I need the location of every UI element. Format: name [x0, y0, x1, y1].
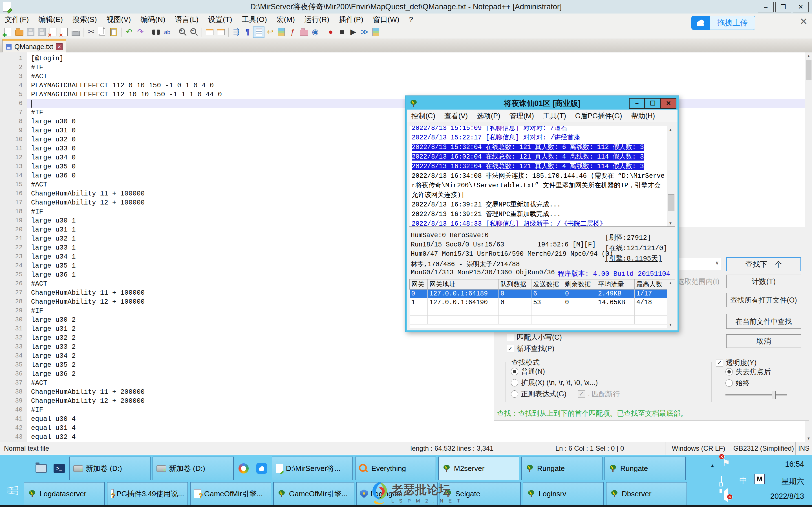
- gateway-table-header[interactable]: 网关网关地址队列数据发送数据剩余数据平均流量最高人数: [410, 279, 667, 290]
- restore-button[interactable]: ❐: [775, 2, 791, 12]
- server-maximize-button[interactable]: ☐: [645, 98, 661, 109]
- close-file-icon[interactable]: ✕: [47, 26, 59, 38]
- folder-as-workspace-icon[interactable]: [298, 26, 310, 38]
- menu-item[interactable]: 插件(P): [334, 13, 368, 25]
- on-focus-loss-radio[interactable]: 失去焦点后: [725, 367, 771, 376]
- replace-icon[interactable]: ab: [161, 26, 173, 38]
- close-all-icon[interactable]: ✕: [59, 26, 70, 38]
- tray-day[interactable]: 星期六: [781, 476, 804, 487]
- minimize-button[interactable]: –: [758, 2, 774, 12]
- taskbar-button[interactable]: Dbserver: [606, 482, 687, 506]
- ime-chinese-icon[interactable]: 中: [739, 475, 747, 486]
- menu-item[interactable]: 文件(F): [0, 13, 34, 25]
- menu-item[interactable]: 语言(L): [170, 13, 203, 25]
- log-scroll-down-icon[interactable]: ▼: [667, 220, 674, 226]
- find-in-current-file-button[interactable]: 在当前文件中查找: [726, 314, 801, 329]
- redo-icon[interactable]: ↷: [135, 26, 146, 38]
- server-menu-item[interactable]: 控制(C): [407, 111, 440, 121]
- show-all-characters-icon[interactable]: ¶: [242, 26, 253, 38]
- volume-muted-icon[interactable]: ✕: [721, 491, 728, 500]
- file-monitoring-icon[interactable]: ◉: [310, 26, 321, 38]
- save-icon[interactable]: [25, 26, 36, 38]
- server-menu-item[interactable]: 管理(M): [505, 111, 538, 121]
- network-icon[interactable]: [721, 476, 722, 485]
- pinned-powershell-icon[interactable]: >_: [51, 457, 67, 480]
- taskbar-button[interactable]: M2server: [438, 457, 519, 480]
- document-map-icon[interactable]: [276, 26, 287, 38]
- start-button[interactable]: [5, 484, 20, 497]
- taskbar-button[interactable]: Loginsrv: [523, 482, 604, 506]
- log-scrollbar[interactable]: ▲ ▼: [667, 126, 675, 226]
- gateway-column-header[interactable]: 网关地址: [428, 279, 499, 290]
- cut-icon[interactable]: ✂: [86, 26, 97, 38]
- language-indicator[interactable]: M: [755, 474, 765, 484]
- server-close-button[interactable]: ✕: [661, 98, 676, 109]
- taskbar-button[interactable]: 新加卷 (D:): [69, 457, 151, 480]
- gateway-table-row[interactable]: [410, 307, 667, 316]
- macro-stop-icon[interactable]: ■: [336, 26, 348, 38]
- function-list-icon[interactable]: ƒ: [287, 26, 298, 38]
- combo-dropdown-icon[interactable]: ∨: [715, 260, 719, 266]
- menu-item[interactable]: 搜索(S): [68, 13, 102, 25]
- menu-item[interactable]: ?: [404, 13, 417, 25]
- pinned-colored-c-icon[interactable]: [236, 457, 252, 480]
- server-menu-item[interactable]: 工具(T): [539, 111, 571, 121]
- slider-thumb[interactable]: [772, 391, 776, 399]
- zoom-in-icon[interactable]: +: [177, 26, 188, 38]
- server-minimize-button[interactable]: –: [629, 98, 645, 109]
- transparency-checkbox[interactable]: ✓透明度(Y): [714, 358, 758, 367]
- copy-icon[interactable]: [97, 26, 108, 38]
- macro-play-icon[interactable]: ▶: [348, 26, 359, 38]
- mode-normal-radio[interactable]: 普通(N): [511, 367, 545, 376]
- sync-vertical-icon[interactable]: [204, 26, 215, 38]
- gateway-column-header[interactable]: 最高人数: [635, 279, 667, 290]
- find-all-open-files-button[interactable]: 查找所有打开文件(O): [726, 293, 801, 307]
- taskbar-button[interactable]: GameOfMir引擎...: [273, 482, 354, 506]
- open-file-icon[interactable]: [13, 26, 25, 38]
- print-icon[interactable]: [70, 26, 81, 38]
- line-operations-icon[interactable]: ⇶: [231, 26, 242, 38]
- taskbar-button[interactable]: Logdataserver: [24, 482, 105, 506]
- macro-run-multiple-icon[interactable]: ≫: [359, 26, 370, 38]
- scrollbar-thumb[interactable]: [806, 60, 811, 80]
- menu-item[interactable]: 视图(V): [102, 13, 136, 25]
- find-icon[interactable]: [150, 26, 161, 38]
- scroll-down-icon[interactable]: ▼: [805, 435, 812, 442]
- doc-list-icon[interactable]: [370, 26, 382, 38]
- gateway-column-header[interactable]: 剩余数据: [563, 279, 596, 290]
- menu-item[interactable]: 宏(M): [272, 13, 300, 25]
- gateway-table-row[interactable]: 1127.0.0.1:64190053014.65KB4/18: [410, 298, 667, 307]
- sync-horizontal-icon[interactable]: [215, 26, 226, 38]
- zoom-out-icon[interactable]: −: [188, 26, 200, 38]
- save-all-icon[interactable]: [36, 26, 47, 38]
- taskbar-button[interactable]: Everything: [355, 457, 436, 480]
- gateway-column-header[interactable]: 平均流量: [596, 279, 635, 290]
- table-scroll-up-icon[interactable]: ▲: [667, 279, 674, 286]
- gateway-table-row[interactable]: 0127.0.0.1:641890602.49KB1/17: [410, 290, 667, 298]
- close-button[interactable]: ✕: [793, 2, 809, 12]
- paste-icon[interactable]: [108, 26, 119, 38]
- gateway-column-header[interactable]: 发送数据: [531, 279, 563, 290]
- menu-item[interactable]: 运行(R): [300, 13, 334, 25]
- mode-extended-radio[interactable]: 扩展(X) (\n, \r, \t, \0, \x...): [511, 378, 598, 387]
- menu-item[interactable]: 编辑(E): [34, 13, 68, 25]
- tray-date[interactable]: 2022/8/13: [770, 492, 804, 501]
- baidu-close-icon[interactable]: ✕: [800, 16, 808, 27]
- taskbar-button[interactable]: Rungate: [521, 457, 603, 480]
- taskbar-button[interactable]: Rungate: [605, 457, 686, 480]
- cancel-button[interactable]: 取消: [726, 334, 801, 348]
- gateway-table-row[interactable]: [410, 316, 667, 325]
- word-wrap-icon[interactable]: ↩: [264, 26, 276, 38]
- show-hidden-icons-button[interactable]: ▲: [710, 463, 715, 469]
- pinned-file-explorer-icon[interactable]: [33, 457, 49, 480]
- menu-item[interactable]: 设置(T): [203, 13, 237, 25]
- server-menu-item[interactable]: 查看(V): [440, 111, 472, 121]
- in-selection-checkbox[interactable]: 选取范围内(I): [677, 277, 719, 286]
- mode-regex-radio[interactable]: 正则表达式(G): [511, 389, 566, 399]
- table-scroll-down-icon[interactable]: ▼: [667, 321, 674, 328]
- tab-close-icon[interactable]: ✕: [56, 43, 63, 50]
- always-radio[interactable]: 始终: [725, 378, 750, 388]
- indent-guide-icon[interactable]: [253, 26, 264, 38]
- taskbar-button[interactable]: 新加卷 (D:): [153, 457, 234, 480]
- new-file-icon[interactable]: ✚: [2, 26, 13, 38]
